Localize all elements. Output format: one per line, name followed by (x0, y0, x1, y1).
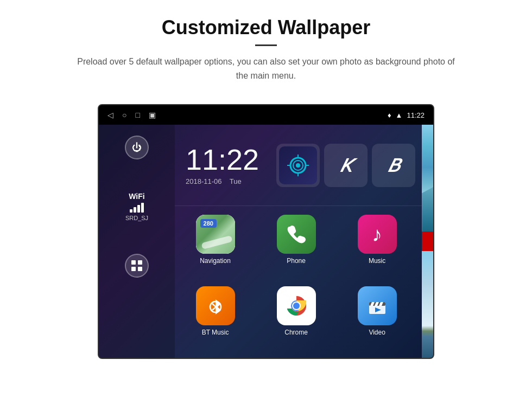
video-app-label: Video (369, 329, 385, 336)
wifi-bar-3 (137, 205, 140, 213)
status-bar: ◁ ○ □ ▣ ♦ ▲ 11:22 (99, 105, 433, 125)
app-item-navigation[interactable]: 280 Navigation (179, 215, 251, 278)
recents-nav-icon: □ (135, 111, 140, 119)
wallpaper-bridge[interactable]: CarSetting (422, 251, 434, 358)
device-frame: ◁ ○ □ ▣ ♦ ▲ 11:22 ⏻ WiFi (98, 104, 434, 359)
main-content: ◁ ○ □ ▣ ♦ ▲ 11:22 ⏻ WiFi (0, 93, 532, 359)
nav-badge: 280 (200, 219, 217, 228)
wifi-widget: WiFi SRD_SJ (125, 192, 148, 221)
svg-rect-3 (138, 267, 142, 271)
wifi-bars (125, 203, 148, 213)
featured-app-radio[interactable] (276, 144, 320, 187)
navigation-app-icon: 280 (196, 215, 235, 254)
apps-button[interactable] (125, 254, 149, 278)
clock-time: 11:22 (186, 145, 259, 174)
signal-icon: ▲ (396, 111, 403, 119)
status-time: 11:22 (407, 111, 425, 119)
title-divider (255, 44, 277, 46)
music-app-label: Music (369, 257, 385, 265)
music-note-icon: ♪ (372, 223, 382, 246)
svg-rect-0 (131, 260, 136, 265)
main-area: 11:22 2018-11-06 Tue (175, 125, 422, 358)
golden-gate-image (422, 251, 434, 358)
ice-formation (422, 168, 434, 232)
b-icon: 𝘉 (388, 154, 400, 177)
nav-road (201, 235, 232, 249)
status-bar-left: ◁ ○ □ ▣ (107, 111, 156, 119)
nav-map: 280 (196, 215, 235, 254)
wallpaper-ice-cave[interactable] (422, 125, 434, 232)
wifi-bar-2 (134, 207, 136, 213)
power-button[interactable]: ⏻ (125, 136, 149, 159)
home-nav-icon: ○ (122, 111, 126, 119)
wifi-ssid: SRD_SJ (125, 215, 148, 221)
video-app-icon (358, 286, 397, 325)
svg-point-14 (293, 303, 300, 309)
page-title: Customized Wallpaper (11, 16, 521, 39)
wallpaper-panel: CarSetting (422, 125, 434, 358)
app-item-chrome[interactable]: Chrome (260, 286, 332, 349)
phone-app-label: Phone (287, 257, 306, 265)
wifi-bar-1 (130, 209, 132, 213)
screenshot-nav-icon: ▣ (149, 111, 156, 119)
clock-section: 11:22 2018-11-06 Tue (175, 125, 270, 206)
svg-point-6 (296, 163, 300, 168)
svg-rect-1 (138, 260, 142, 265)
page-subtitle: Preload over 5 default wallpaper options… (71, 55, 461, 82)
featured-app-ki[interactable]: 𝘒 (324, 144, 368, 187)
phone-app-icon (277, 215, 316, 254)
top-section: 11:22 2018-11-06 Tue (175, 125, 422, 206)
btmusic-app-label: BT Music (202, 329, 229, 336)
nav-map-inner: 280 (196, 215, 235, 254)
chrome-app-icon (277, 286, 316, 325)
page-header: Customized Wallpaper Preload over 5 defa… (0, 0, 532, 93)
app-item-video[interactable]: Video (341, 286, 413, 349)
radio-icon (279, 146, 317, 184)
app-grid: 280 Navigation (175, 206, 422, 358)
featured-apps: 𝘒 𝘉 (270, 125, 422, 206)
svg-rect-2 (131, 267, 136, 271)
app-item-btmusic[interactable]: BT Music (179, 286, 251, 349)
location-icon: ♦ (388, 111, 391, 119)
back-nav-icon: ◁ (107, 111, 113, 119)
status-bar-right: ♦ ▲ 11:22 (388, 111, 425, 119)
screen-content: ⏻ WiFi SRD_SJ (99, 125, 433, 358)
featured-app-b[interactable]: 𝘉 (372, 144, 415, 187)
wifi-label: WiFi (125, 192, 148, 201)
ki-icon: 𝘒 (340, 154, 352, 177)
wifi-bar-4 (141, 203, 144, 213)
chrome-app-label: Chrome (284, 329, 308, 336)
clock-date: 2018-11-06 Tue (186, 177, 259, 185)
left-sidebar: ⏻ WiFi SRD_SJ (99, 125, 175, 358)
navigation-app-label: Navigation (200, 257, 231, 265)
app-item-music[interactable]: ♪ Music (341, 215, 413, 278)
ice-cave-image (422, 125, 434, 232)
app-item-phone[interactable]: Phone (260, 215, 332, 278)
bt-app-icon (196, 286, 235, 325)
music-app-icon: ♪ (358, 215, 397, 254)
mid-bar (422, 232, 434, 251)
